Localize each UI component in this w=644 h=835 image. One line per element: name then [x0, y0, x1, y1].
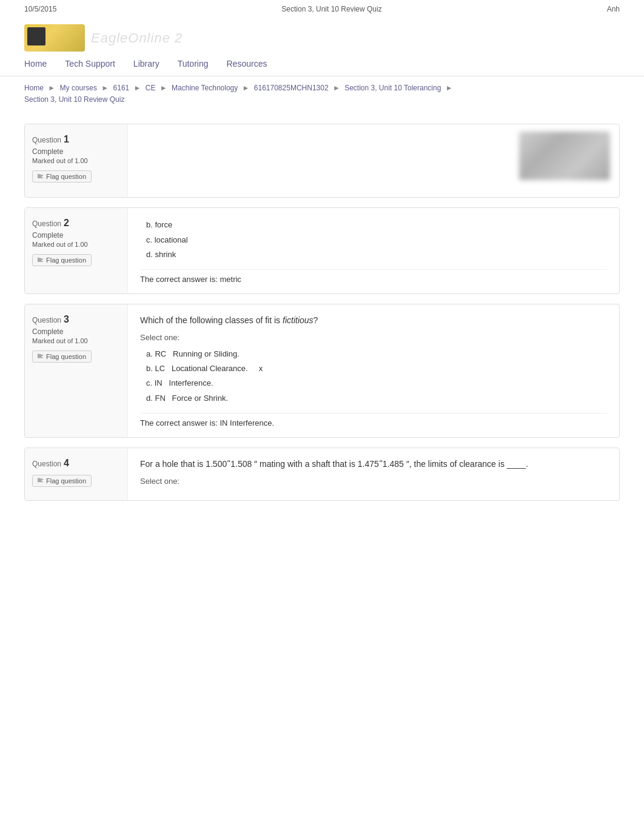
option-2b: b. force [146, 218, 607, 232]
question-card-1: Question 1 Complete Marked out of 1.00 F… [24, 124, 620, 198]
question-4-body: For a hole that is 1.500ʺ1.508 ″ mating … [128, 448, 619, 500]
logo-image [24, 24, 85, 52]
option-3c: c. IN Interference. [146, 376, 607, 391]
question-1-body [128, 124, 510, 197]
breadcrumb-my-courses[interactable]: My courses [60, 84, 97, 92]
nav-tech-support[interactable]: Tech Support [65, 59, 115, 69]
page-title: Section 3, Unit 10 Review Quiz [281, 5, 381, 13]
question-3-flag-button[interactable]: Flag question [32, 350, 92, 363]
question-card-2: Question 2 Complete Marked out of 1.00 F… [24, 207, 620, 294]
question-2-body: b. force c. locational d. shrink The cor… [128, 208, 619, 293]
main-content: Question 1 Complete Marked out of 1.00 F… [0, 112, 644, 522]
date-label: 10/5/2015 [24, 5, 56, 13]
option-2d: d. shrink [146, 247, 607, 262]
option-3a: a. RC Running or Sliding. [146, 347, 607, 361]
question-4-text: For a hole that is 1.500ʺ1.508 ″ mating … [140, 458, 607, 471]
breadcrumb-home[interactable]: Home [24, 84, 44, 92]
nav-tutoring[interactable]: Tutoring [178, 59, 209, 69]
question-3-text: Which of the following classes of fit is… [140, 314, 607, 327]
nav-home[interactable]: Home [24, 59, 47, 69]
breadcrumb-tolerancing[interactable]: Section 3, Unit 10 Tolerancing [344, 84, 441, 92]
breadcrumb-6161[interactable]: 6161 [113, 84, 130, 92]
question-1-blurred-image [519, 132, 610, 180]
question-3-select-one: Select one: [140, 333, 607, 342]
question-2-label: Question 2 [32, 218, 120, 229]
question-4-sidebar: Question 4 Flag question [25, 448, 128, 500]
question-1-label: Question 1 [32, 134, 120, 145]
question-1-image [510, 124, 619, 197]
breadcrumb: Home ► My courses ► 6161 ► CE ► Machine … [0, 76, 644, 112]
logo-text: EagleOnline 2 [91, 30, 183, 46]
question-2-sidebar: Question 2 Complete Marked out of 1.00 F… [25, 208, 128, 293]
question-card-3: Question 3 Complete Marked out of 1.00 F… [24, 304, 620, 438]
option-3b: b. LC Locational Clearance. x [146, 361, 607, 376]
flag-icon [38, 173, 44, 179]
breadcrumb-ce[interactable]: CE [146, 84, 156, 92]
question-card-4: Question 4 Flag question For a hole that… [24, 448, 620, 501]
breadcrumb-course-code[interactable]: 616170825MCHN1302 [254, 84, 329, 92]
flag-icon-2 [38, 257, 44, 263]
breadcrumb-machine-tech[interactable]: Machine Technology [172, 84, 238, 92]
question-1-sidebar: Question 1 Complete Marked out of 1.00 F… [25, 124, 128, 197]
question-2-status: Complete [32, 231, 120, 240]
question-2-marked: Marked out of 1.00 [32, 241, 120, 248]
question-2-flag-button[interactable]: Flag question [32, 254, 92, 266]
question-3-label: Question 3 [32, 314, 120, 325]
logo-area: EagleOnline 2 [0, 18, 644, 52]
question-2-options: b. force c. locational d. shrink [140, 218, 607, 262]
question-4-select-one: Select one: [140, 477, 607, 486]
question-4-label: Question 4 [32, 458, 120, 469]
option-2c: c. locational [146, 233, 607, 247]
question-3-options: a. RC Running or Sliding. b. LC Location… [140, 347, 607, 406]
flag-icon-3 [38, 354, 44, 360]
question-2-correct-answer: The correct answer is: metric [140, 269, 607, 284]
question-3-status: Complete [32, 327, 120, 336]
breadcrumb-current: Section 3, Unit 10 Review Quiz [24, 95, 124, 104]
top-bar: 10/5/2015 Section 3, Unit 10 Review Quiz… [0, 0, 644, 18]
question-1-flag-button[interactable]: Flag question [32, 170, 92, 183]
nav-resources[interactable]: Resources [227, 59, 267, 69]
question-1-marked: Marked out of 1.00 [32, 157, 120, 164]
question-3-sidebar: Question 3 Complete Marked out of 1.00 F… [25, 304, 128, 437]
question-3-marked: Marked out of 1.00 [32, 337, 120, 344]
question-3-correct-answer: The correct answer is: IN Interference. [140, 413, 607, 428]
flag-icon-4 [38, 478, 44, 484]
question-1-status: Complete [32, 147, 120, 156]
nav-library[interactable]: Library [133, 59, 159, 69]
user-name: Anh [607, 5, 620, 13]
question-4-flag-button[interactable]: Flag question [32, 475, 92, 487]
option-3d: d. FN Force or Shrink. [146, 391, 607, 406]
question-3-body: Which of the following classes of fit is… [128, 304, 619, 437]
main-nav: Home Tech Support Library Tutoring Resou… [0, 52, 644, 76]
